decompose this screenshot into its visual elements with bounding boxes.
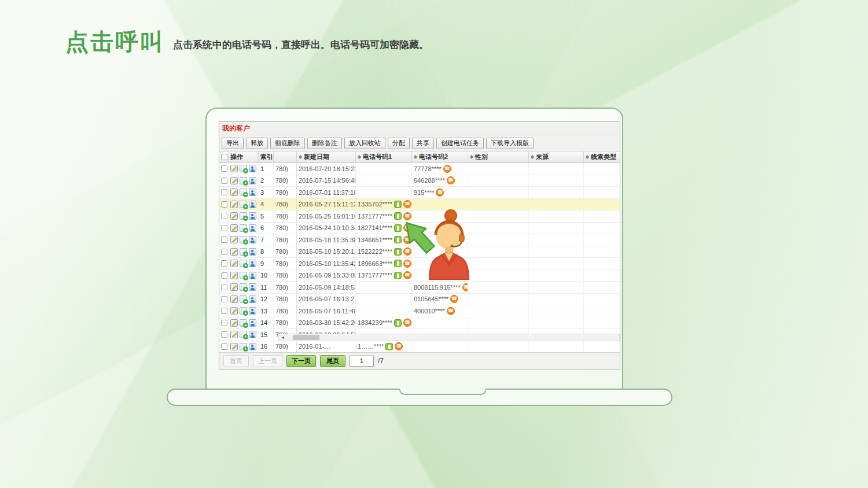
column-header-6[interactable]: 电话号码2: [412, 151, 468, 162]
table-row[interactable]: 14780)2016-03-30 15:42:201834239****: [219, 317, 620, 330]
row-checkbox[interactable]: [221, 249, 227, 255]
row-checkbox[interactable]: [221, 296, 227, 302]
edit-icon[interactable]: [230, 165, 238, 172]
phone1-number[interactable]: 1346651****: [358, 236, 392, 243]
scrollbar-thumb[interactable]: [293, 335, 319, 340]
column-header-8[interactable]: 来源: [529, 151, 584, 162]
add-note-icon[interactable]: [240, 319, 247, 327]
contact-card-icon[interactable]: [249, 307, 256, 315]
edit-icon[interactable]: [230, 283, 238, 291]
toolbar-button-5[interactable]: 放入回收站: [344, 138, 385, 149]
row-checkbox[interactable]: [221, 236, 227, 243]
table-row[interactable]: 13780)2016-05-07 16:11:48400010****: [219, 305, 620, 317]
sort-icon[interactable]: [299, 155, 302, 159]
edit-icon[interactable]: [230, 272, 238, 279]
add-note-icon[interactable]: [240, 165, 247, 172]
row-checkbox[interactable]: [221, 272, 227, 279]
row-checkbox[interactable]: [221, 343, 227, 350]
phone1-number[interactable]: 1834239****: [358, 319, 392, 326]
contact-card-icon[interactable]: [249, 319, 256, 327]
row-checkbox[interactable]: [221, 308, 227, 314]
toolbar-button-1[interactable]: 导出: [222, 138, 244, 149]
table-row[interactable]: 2780)2016-07-15 14:56:45646288****: [219, 175, 620, 187]
contact-card-icon[interactable]: [249, 272, 256, 279]
next-page-button[interactable]: 下一页: [286, 355, 316, 367]
edit-icon[interactable]: [230, 224, 238, 232]
page-number-input[interactable]: [350, 356, 374, 367]
edit-icon[interactable]: [230, 188, 238, 196]
row-checkbox[interactable]: [221, 201, 227, 208]
row-checkbox[interactable]: [221, 225, 227, 231]
contact-card-icon[interactable]: [249, 295, 256, 303]
column-header-7[interactable]: 性别: [468, 151, 529, 162]
phone1-number[interactable]: 1896663****: [358, 260, 392, 267]
mobile-call-icon[interactable]: [394, 319, 402, 327]
edit-icon[interactable]: [230, 307, 238, 315]
mobile-call-icon[interactable]: [385, 343, 393, 350]
contact-card-icon[interactable]: [249, 331, 256, 338]
contact-card-icon[interactable]: [249, 343, 256, 350]
phone2-number[interactable]: 915****: [414, 189, 434, 196]
sort-icon[interactable]: [414, 155, 417, 159]
row-checkbox[interactable]: [221, 178, 227, 184]
add-note-icon[interactable]: [240, 295, 247, 303]
phone1-number[interactable]: 1……****: [358, 343, 384, 350]
add-note-icon[interactable]: [240, 283, 247, 291]
edit-icon[interactable]: [230, 212, 238, 220]
toolbar-button-9[interactable]: 下载导入模版: [486, 138, 534, 149]
add-note-icon[interactable]: [240, 248, 247, 256]
phone1-number[interactable]: 1522222****: [358, 248, 392, 255]
column-header-5[interactable]: 电话号码1: [356, 151, 412, 162]
contact-card-icon[interactable]: [249, 248, 256, 256]
table-row[interactable]: 3780)2016-07-01 11:37:10915****: [219, 187, 620, 199]
toolbar-button-7[interactable]: 共享: [412, 138, 434, 149]
toolbar-button-8[interactable]: 创建电话任务: [436, 138, 484, 149]
add-note-icon[interactable]: [240, 224, 247, 232]
add-note-icon[interactable]: [240, 272, 247, 279]
sort-icon[interactable]: [586, 155, 589, 159]
select-all-checkbox[interactable]: [221, 154, 227, 160]
phone1-number[interactable]: 1827141****: [358, 224, 392, 231]
landline-call-icon[interactable]: [450, 295, 458, 303]
contact-card-icon[interactable]: [249, 212, 256, 220]
landline-call-icon[interactable]: [447, 176, 455, 184]
phone2-number[interactable]: 0105645****: [414, 295, 448, 302]
contact-card-icon[interactable]: [249, 201, 256, 208]
add-note-icon[interactable]: [240, 212, 247, 220]
add-note-icon[interactable]: [240, 177, 247, 184]
sort-icon[interactable]: [470, 155, 473, 159]
row-checkbox[interactable]: [221, 165, 227, 172]
edit-icon[interactable]: [230, 236, 238, 243]
toolbar-button-3[interactable]: 彻底删除: [270, 138, 305, 149]
row-checkbox[interactable]: [221, 189, 227, 195]
table-row[interactable]: 16780)2016-01-…1……****: [219, 341, 620, 353]
contact-card-icon[interactable]: [249, 236, 256, 243]
contact-card-icon[interactable]: [249, 260, 256, 267]
landline-call-icon[interactable]: [403, 319, 411, 327]
edit-icon[interactable]: [230, 201, 238, 208]
phone2-number[interactable]: 77778****: [414, 165, 442, 172]
sort-icon[interactable]: [531, 155, 534, 159]
landline-call-icon[interactable]: [447, 307, 455, 315]
toolbar-button-6[interactable]: 分配: [388, 138, 410, 149]
add-note-icon[interactable]: [240, 201, 247, 208]
add-note-icon[interactable]: [240, 331, 247, 338]
column-header-4[interactable]: 新建日期: [297, 151, 356, 162]
row-checkbox[interactable]: [221, 284, 227, 290]
add-note-icon[interactable]: [240, 236, 247, 243]
toolbar-button-4[interactable]: 删除备注: [307, 138, 342, 149]
horizontal-scrollbar[interactable]: ◄: [278, 334, 620, 341]
contact-card-icon[interactable]: [249, 177, 256, 184]
scroll-left-arrow-icon[interactable]: ◄: [279, 334, 286, 341]
edit-icon[interactable]: [230, 343, 238, 350]
contact-card-icon[interactable]: [249, 224, 256, 232]
phone2-number[interactable]: 400010****: [414, 308, 445, 315]
contact-card-icon[interactable]: [249, 165, 256, 172]
edit-icon[interactable]: [230, 177, 238, 184]
landline-call-icon[interactable]: [395, 342, 403, 350]
contact-card-icon[interactable]: [249, 283, 256, 291]
table-row[interactable]: 12780)2016-05-07 16:13:270105645****: [219, 294, 620, 306]
add-note-icon[interactable]: [240, 343, 247, 350]
phone1-number[interactable]: 1371777****: [358, 272, 392, 279]
landline-call-icon[interactable]: [436, 188, 444, 197]
